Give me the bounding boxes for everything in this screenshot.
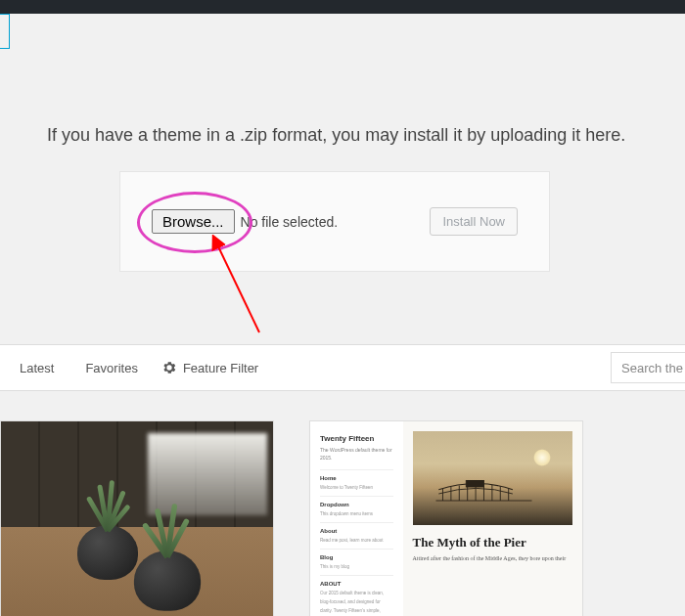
svg-rect-2 [466,480,483,487]
post-body: Attired after the fashion of the Middle … [413,555,572,561]
active-tab-edge [0,14,10,49]
nav-item: HomeWelcome to Twenty Fifteen [320,469,393,496]
theme-content-preview: The Myth of the Pier Attired after the f… [403,421,582,616]
upload-instruction: If you have a theme in a .zip format, yo… [47,125,625,146]
admin-topbar [0,0,685,14]
theme-card[interactable]: Twenty Fifteen The WordPress default the… [309,420,583,616]
search-themes-input[interactable]: Search the [611,352,685,383]
theme-sidebar-preview: Twenty Fifteen The WordPress default the… [310,421,403,616]
theme-preview-image [1,421,273,616]
about-block: ABOUTOur 2015 default theme is clean, bl… [320,575,393,616]
browse-button[interactable]: Browse... [152,209,235,234]
theme-filter-bar: Latest Favorites Feature Filter [0,344,685,391]
theme-title: Twenty Fifteen [320,433,393,445]
nav-item: AboutRead me post, learn more about [320,522,393,549]
upload-form: Browse... No file selected. Install Now [119,171,550,272]
nav-item: BlogThis is my blog [320,549,393,575]
no-file-label: No file selected. [241,214,339,230]
hero-image [413,431,572,525]
filter-tab-latest[interactable]: Latest [4,361,69,375]
theme-subtitle: The WordPress default theme for 2015. [320,447,393,462]
post-title: The Myth of the Pier [413,535,572,550]
install-now-button[interactable]: Install Now [430,207,518,236]
gear-icon [161,360,177,375]
theme-card[interactable] [0,420,274,616]
feature-filter-link[interactable]: Feature Filter [183,361,274,375]
filter-tab-favorites[interactable]: Favorites [69,361,153,375]
theme-grid: Twenty Fifteen The WordPress default the… [0,420,583,616]
nav-item: DropdownThis dropdown menu items [320,496,393,522]
